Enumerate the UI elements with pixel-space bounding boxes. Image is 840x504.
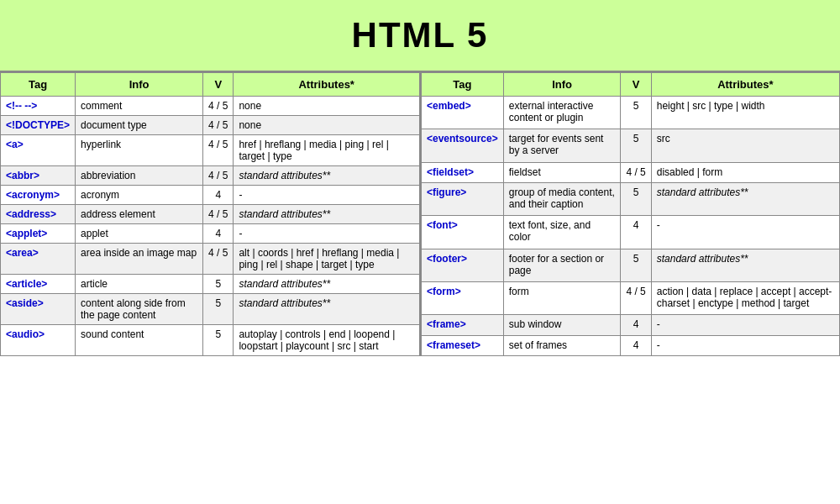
tag-cell: <fieldset> <box>421 162 503 182</box>
version-cell: 4 / 5 <box>203 135 234 166</box>
version-cell: 4 <box>203 224 234 244</box>
table-row: <fieldset>fieldset4 / 5disabled | form <box>421 162 840 182</box>
tag-cell: <!DOCTYPE> <box>1 116 76 135</box>
table-row: <abbr>abbreviation4 / 5standard attribut… <box>1 166 420 186</box>
version-cell: 4 / 5 <box>621 162 651 182</box>
tag-cell: <frame> <box>421 315 503 335</box>
info-cell: form <box>503 281 621 314</box>
info-cell: area inside an image map <box>76 244 203 275</box>
attr-cell: autoplay | controls | end | loopend | lo… <box>234 325 420 356</box>
info-cell: content along side from the page content <box>76 294 203 325</box>
tag-cell: <form> <box>421 281 503 314</box>
table-row: <aside>content along side from the page … <box>1 294 420 325</box>
tag-cell: <footer> <box>421 249 503 281</box>
tag-cell: <embed> <box>421 97 503 129</box>
tag-cell: <aside> <box>1 294 76 325</box>
left-col-v: V <box>203 73 234 97</box>
version-cell: 4 / 5 <box>203 97 234 116</box>
table-row: <footer>footer for a section or page5sta… <box>421 249 840 281</box>
left-col-info: Info <box>76 73 203 97</box>
info-cell: set of frames <box>503 335 621 355</box>
attr-cell: - <box>234 224 420 244</box>
attr-cell: - <box>651 335 839 355</box>
table-row: <address>address element4 / 5standard at… <box>1 205 420 224</box>
attr-cell: standard attributes** <box>234 275 420 294</box>
table-row: <article>article5standard attributes** <box>1 275 420 294</box>
info-cell: external interactive content or plugin <box>503 97 621 129</box>
table-row: <audio>sound content5autoplay | controls… <box>1 325 420 356</box>
info-cell: fieldset <box>503 162 621 182</box>
tag-cell: <!-- --> <box>1 97 76 116</box>
tag-cell: <eventsource> <box>421 129 503 162</box>
attr-cell: src <box>651 129 839 162</box>
info-cell: abbreviation <box>76 166 203 186</box>
version-cell: 4 / 5 <box>203 166 234 186</box>
attr-cell: - <box>651 216 839 249</box>
tag-cell: <audio> <box>1 325 76 356</box>
version-cell: 4 <box>621 216 651 249</box>
tag-cell: <frameset> <box>421 335 503 355</box>
attr-cell: standard attributes** <box>651 182 839 215</box>
info-cell: document type <box>76 116 203 135</box>
table-row: <eventsource>target for events sent by a… <box>421 129 840 162</box>
table-row: <acronym>acronym4- <box>1 186 420 205</box>
version-cell: 4 <box>621 315 651 335</box>
version-cell: 4 / 5 <box>621 281 651 314</box>
tag-cell: <font> <box>421 216 503 249</box>
table-row: <frame>sub window4- <box>421 315 840 335</box>
left-col-attrs: Attributes* <box>234 73 420 97</box>
attr-cell: none <box>234 97 420 116</box>
tag-cell: <area> <box>1 244 76 275</box>
attr-cell: height | src | type | width <box>651 97 839 129</box>
page-title: HTML 5 <box>0 15 840 55</box>
right-col-info: Info <box>503 73 621 97</box>
version-cell: 5 <box>621 97 651 129</box>
attr-cell: - <box>651 315 839 335</box>
tag-cell: <abbr> <box>1 166 76 186</box>
attr-cell: disabled | form <box>651 162 839 182</box>
table-row: <embed>external interactive content or p… <box>421 97 840 129</box>
info-cell: acronym <box>76 186 203 205</box>
tag-cell: <acronym> <box>1 186 76 205</box>
table-row: <applet>applet4- <box>1 224 420 244</box>
attr-cell: standard attributes** <box>234 205 420 224</box>
tag-cell: <article> <box>1 275 76 294</box>
version-cell: 5 <box>621 182 651 215</box>
right-table: Tag Info V Attributes* <embed>external i… <box>420 72 840 356</box>
info-cell: address element <box>76 205 203 224</box>
info-cell: text font, size, and color <box>503 216 621 249</box>
table-row: <!-- -->comment4 / 5none <box>1 97 420 116</box>
tag-cell: <a> <box>1 135 76 166</box>
version-cell: 4 / 5 <box>203 244 234 275</box>
version-cell: 5 <box>203 294 234 325</box>
table-row: <a>hyperlink4 / 5href | hreflang | media… <box>1 135 420 166</box>
info-cell: hyperlink <box>76 135 203 166</box>
right-col-tag: Tag <box>421 73 503 97</box>
info-cell: sub window <box>503 315 621 335</box>
table-row: <font>text font, size, and color4- <box>421 216 840 249</box>
table-row: <frameset>set of frames4- <box>421 335 840 355</box>
tag-cell: <figure> <box>421 182 503 215</box>
info-cell: group of media content, and their captio… <box>503 182 621 215</box>
attr-cell: none <box>234 116 420 135</box>
table-row: <form>form4 / 5action | data | replace |… <box>421 281 840 314</box>
tables-container: Tag Info V Attributes* <!-- -->comment4 … <box>0 72 840 356</box>
info-cell: sound content <box>76 325 203 356</box>
attr-cell: standard attributes** <box>234 294 420 325</box>
tag-cell: <address> <box>1 205 76 224</box>
attr-cell: alt | coords | href | hreflang | media |… <box>234 244 420 275</box>
version-cell: 4 / 5 <box>203 116 234 135</box>
left-col-tag: Tag <box>1 73 76 97</box>
table-row: <area>area inside an image map4 / 5alt |… <box>1 244 420 275</box>
attr-cell: standard attributes** <box>651 249 839 281</box>
tag-cell: <applet> <box>1 224 76 244</box>
version-cell: 5 <box>621 129 651 162</box>
version-cell: 5 <box>203 325 234 356</box>
version-cell: 4 / 5 <box>203 205 234 224</box>
attr-cell: - <box>234 186 420 205</box>
attr-cell: href | hreflang | media | ping | rel | t… <box>234 135 420 166</box>
version-cell: 4 <box>621 335 651 355</box>
info-cell: applet <box>76 224 203 244</box>
left-table: Tag Info V Attributes* <!-- -->comment4 … <box>0 72 420 356</box>
table-row: <!DOCTYPE>document type4 / 5none <box>1 116 420 135</box>
